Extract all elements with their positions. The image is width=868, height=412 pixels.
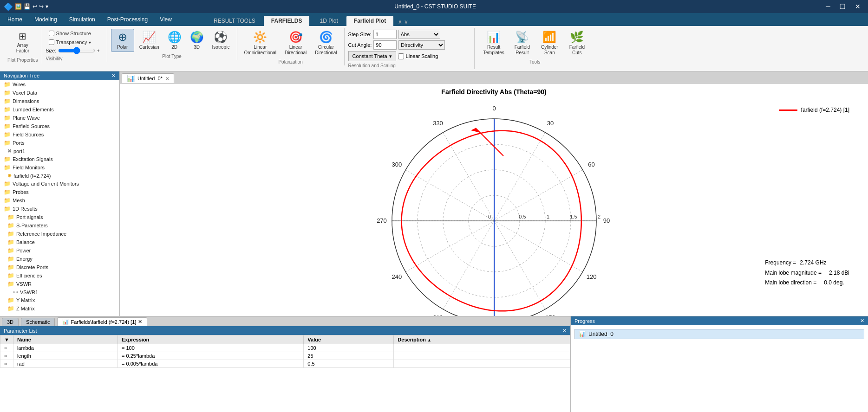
- linear-scaling-checkbox[interactable]: [398, 53, 404, 59]
- tree-item-farfield-sources[interactable]: 📁Farfield Sources: [0, 122, 119, 130]
- abs-select[interactable]: Abs Real Imaginary: [398, 30, 440, 39]
- tree-item-2d3d[interactable]: 📁2D/3D Results: [0, 313, 119, 314]
- tree-item-ymatrix[interactable]: 📁Y Matrix: [0, 296, 119, 304]
- vswr-icon: ⊶: [13, 289, 18, 295]
- maximize-button[interactable]: ❒: [836, 2, 849, 11]
- folder-icon: 📁: [7, 264, 14, 270]
- array-factor-button[interactable]: ⊞ ArrayFactor: [9, 29, 37, 56]
- size-slider[interactable]: [58, 47, 95, 54]
- farfield-result-btn[interactable]: 📡 FarfieldResult: [509, 29, 535, 58]
- result-templates-label: ResultTemplates: [483, 45, 504, 56]
- transparency-btn[interactable]: Transparency ▾: [46, 39, 100, 46]
- nav-tree-scroll[interactable]: 📁Wires 📁Voxel Data 📁Dimensions 📁Lumped E…: [0, 80, 119, 314]
- row-value: 25: [304, 352, 394, 360]
- main-lobe-mag-value: 2.18 dBi: [829, 268, 849, 278]
- bottom-tab-schematic[interactable]: Schematic: [21, 318, 55, 326]
- window-controls[interactable]: ─ ❒ ✕: [822, 2, 864, 11]
- show-structure-btn[interactable]: Show Structure: [46, 30, 94, 37]
- menu-post-processing[interactable]: Post-Processing: [102, 14, 153, 25]
- tab-close-btn[interactable]: ✕: [165, 76, 169, 81]
- param-list-close[interactable]: ✕: [562, 328, 567, 334]
- tree-item-1d-results[interactable]: 📁1D Results: [0, 205, 119, 213]
- tab-1d-plot[interactable]: 1D Plot: [312, 16, 345, 26]
- tree-item-excitation[interactable]: 📁Excitation Signals: [0, 155, 119, 163]
- menu-view[interactable]: View: [154, 14, 177, 25]
- tree-item-wires[interactable]: 📁Wires: [0, 80, 119, 89]
- polar-btn[interactable]: ⊕ Polar: [111, 29, 134, 52]
- circular-dir-btn[interactable]: 🌀 CircularDirectional: [312, 29, 340, 58]
- step-size-input[interactable]: [373, 30, 397, 39]
- bottom-panel: 3D Schematic 📊 Farfields\farfield (f=2.7…: [0, 316, 868, 412]
- polar-label: Polar: [117, 45, 128, 50]
- tree-item-port1[interactable]: ✖ port1: [0, 147, 119, 155]
- tree-item-vswr1[interactable]: ⊶ VSWR1: [0, 288, 119, 296]
- linear-dir-btn[interactable]: 🎯 LinearDirectional: [281, 29, 310, 58]
- tree-item-planewave[interactable]: 📁Plane Wave: [0, 114, 119, 122]
- constant-theta-row: Constant Theta ▾ Linear Scaling: [348, 51, 438, 61]
- bottom-tab-farfields[interactable]: 📊 Farfields\farfield (f=2.724) [1] ✕: [57, 317, 147, 326]
- tree-item-energy[interactable]: 📁Energy: [0, 255, 119, 263]
- cartesian-btn[interactable]: 📈 Cartesian: [136, 29, 163, 52]
- tree-item-discrete-ports[interactable]: 📁Discrete Ports: [0, 263, 119, 271]
- navigation-tree: Navigation Tree ✕ 📁Wires 📁Voxel Data 📁Di…: [0, 71, 120, 316]
- close-button[interactable]: ✕: [851, 2, 864, 11]
- circular-dir-label: CircularDirectional: [315, 45, 337, 56]
- row-name: lambda: [13, 344, 117, 352]
- 2d-btn[interactable]: 🌐 2D: [164, 29, 185, 52]
- ribbon-group-array-factor: ⊞ ArrayFactor Plot Properties: [4, 28, 42, 64]
- tree-item-efficiencies[interactable]: 📁Efficiencies: [0, 271, 119, 280]
- tree-item-vswr[interactable]: 📁VSWR: [0, 280, 119, 288]
- tree-item-balance[interactable]: 📁Balance: [0, 238, 119, 246]
- menu-simulation[interactable]: Simulation: [64, 14, 101, 25]
- tree-item-power[interactable]: 📁Power: [0, 246, 119, 255]
- 3d-btn[interactable]: 🌍 3D: [187, 29, 207, 52]
- menu-modeling[interactable]: Modeling: [29, 14, 63, 25]
- tree-item-ports[interactable]: 📁Ports: [0, 139, 119, 147]
- transparency-checkbox[interactable]: [49, 39, 54, 45]
- tree-item-dimensions[interactable]: 📁Dimensions: [0, 97, 119, 105]
- transparency-dropdown-icon[interactable]: ▾: [89, 40, 91, 45]
- menu-home[interactable]: Home: [2, 14, 28, 25]
- row-desc: [394, 352, 570, 360]
- directivity-select[interactable]: Directivity Gain E-Field: [398, 40, 445, 50]
- tree-item-farfield-monitor[interactable]: ⊕ farfield (f=2.724): [0, 172, 119, 180]
- result-templates-btn[interactable]: 📊 ResultTemplates: [480, 29, 508, 58]
- cut-angle-input[interactable]: [373, 40, 397, 50]
- progress-close[interactable]: ✕: [860, 318, 864, 324]
- plot-properties-label: Plot Properties: [7, 56, 38, 63]
- tab-result-tools[interactable]: RESULT TOOLS: [206, 16, 263, 26]
- tree-item-voxel[interactable]: 📁Voxel Data: [0, 89, 119, 97]
- nav-tree-close[interactable]: ✕: [111, 73, 116, 79]
- param-row-rad: ≈ rad = 0.005*lambda 0.5: [0, 360, 570, 368]
- row-eq: ≈: [0, 352, 13, 360]
- menu-bar: Home Modeling Simulation Post-Processing…: [0, 13, 868, 26]
- tree-item-field-monitors[interactable]: 📁Field Monitors: [0, 163, 119, 172]
- linear-omni-btn[interactable]: 🔆 LinearOmni­directional: [241, 29, 280, 58]
- show-structure-checkbox[interactable]: [49, 31, 54, 36]
- tree-item-voltage-current[interactable]: 📁Voltage and Current Monitors: [0, 180, 119, 188]
- tree-item-port-signals[interactable]: 📁Port signals: [0, 213, 119, 221]
- row-desc: [394, 360, 570, 368]
- port-icon: ✖: [7, 148, 12, 154]
- folder-icon: 📁: [7, 281, 14, 287]
- farfields-tab-close[interactable]: ✕: [138, 319, 142, 325]
- constant-theta-btn[interactable]: Constant Theta ▾: [348, 51, 396, 61]
- tree-item-sparams[interactable]: 📁S-Parameters: [0, 221, 119, 230]
- tree-item-ref-impedance[interactable]: 📁Reference Impedance: [0, 230, 119, 238]
- farfield-cuts-btn[interactable]: 🌿 FarfieldCuts: [564, 29, 590, 58]
- tree-item-lumped[interactable]: 📁Lumped Elements: [0, 105, 119, 114]
- tab-farfields[interactable]: FARFIELDS: [264, 16, 310, 26]
- isotropic-btn[interactable]: ⚽ Isotropic: [209, 29, 233, 52]
- tree-item-field-sources[interactable]: 📁Field Sources: [0, 130, 119, 139]
- ribbon-group-plot-type: ⊕ Polar 📈 Cartesian 🌐 2D 🌍 3D ⚽ Isotropi…: [107, 28, 237, 60]
- cylinder-scan-btn[interactable]: 📶 CylinderScan: [537, 29, 562, 58]
- tree-item-probes[interactable]: 📁Probes: [0, 188, 119, 196]
- tree-item-mesh[interactable]: 📁Mesh: [0, 196, 119, 205]
- col-filter[interactable]: ▼: [0, 335, 13, 344]
- minimize-button[interactable]: ─: [822, 2, 834, 11]
- content-tab-untitled[interactable]: 📊 Untitled_0* ✕: [122, 73, 174, 83]
- tree-item-zmatrix[interactable]: 📁Z Matrix: [0, 304, 119, 313]
- linear-omni-icon: 🔆: [253, 31, 267, 44]
- bottom-tab-3d[interactable]: 3D: [2, 318, 19, 326]
- tab-farfield-plot[interactable]: Farfield Plot: [346, 16, 393, 26]
